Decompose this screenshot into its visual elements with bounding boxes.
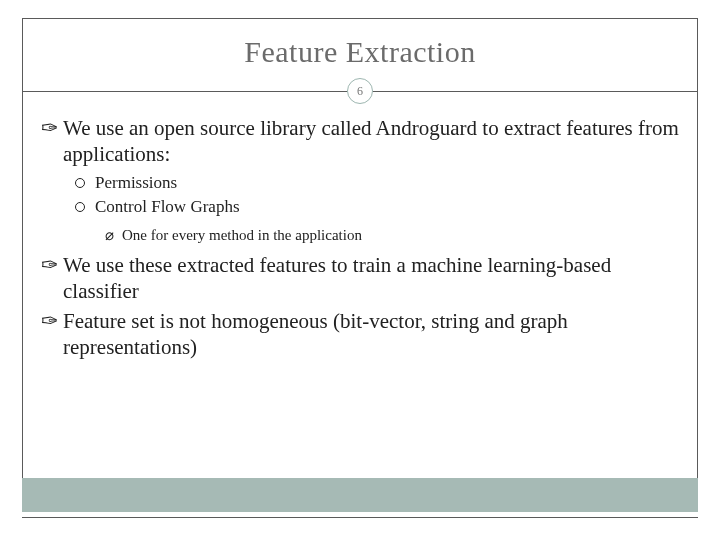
scissor-bullet-icon: ✑ bbox=[41, 308, 59, 334]
scissor-bullet-icon: ✑ bbox=[41, 115, 59, 141]
bullet-lvl2: Control Flow Graphs bbox=[75, 196, 679, 219]
circle-bullet-icon bbox=[75, 202, 85, 212]
bullet-text: Control Flow Graphs bbox=[95, 196, 240, 219]
bullet-lvl1: ✑ We use an open source library called A… bbox=[41, 115, 679, 168]
slide-frame: Feature Extraction 6 ✑ We use an open so… bbox=[22, 18, 698, 480]
bullet-text: We use these extracted features to train… bbox=[63, 252, 679, 305]
scissor-bullet-icon: ✑ bbox=[41, 252, 59, 278]
lvl3-group: ⌀ One for every method in the applicatio… bbox=[41, 225, 679, 245]
slide-title: Feature Extraction bbox=[23, 19, 697, 77]
footer-accent-band bbox=[22, 478, 698, 512]
bullet-text: Permissions bbox=[95, 172, 177, 195]
slide: Feature Extraction 6 ✑ We use an open so… bbox=[0, 0, 720, 540]
page-badge-row: 6 bbox=[23, 77, 697, 105]
bullet-text: Feature set is not homogeneous (bit-vect… bbox=[63, 308, 679, 361]
content-area: ✑ We use an open source library called A… bbox=[23, 105, 697, 361]
slash-circle-bullet-icon: ⌀ bbox=[105, 225, 114, 245]
bullet-lvl2: Permissions bbox=[75, 172, 679, 195]
circle-bullet-icon bbox=[75, 178, 85, 188]
bullet-text: One for every method in the application bbox=[122, 225, 362, 245]
lvl2-group: Permissions Control Flow Graphs bbox=[41, 172, 679, 220]
bullet-lvl1: ✑ Feature set is not homogeneous (bit-ve… bbox=[41, 308, 679, 361]
bullet-text: We use an open source library called And… bbox=[63, 115, 679, 168]
page-number-badge: 6 bbox=[347, 78, 373, 104]
bullet-lvl1: ✑ We use these extracted features to tra… bbox=[41, 252, 679, 305]
bullet-lvl3: ⌀ One for every method in the applicatio… bbox=[105, 225, 679, 245]
footer-divider bbox=[22, 517, 698, 518]
